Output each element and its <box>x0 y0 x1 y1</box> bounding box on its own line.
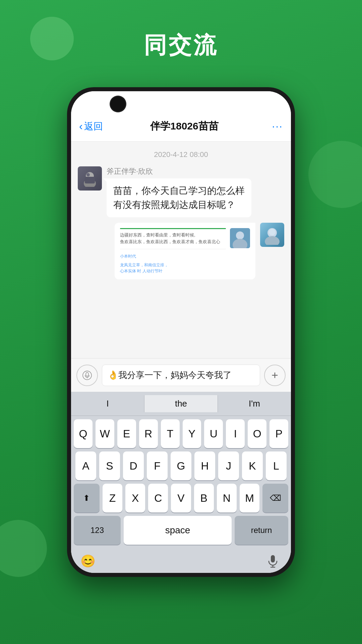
note-content: 边疆好东西，查时看由里，查时看时候,鱼欢喜比东，鱼欢喜比西，鱼欢喜才南，鱼欢喜北… <box>120 228 226 274</box>
key-N[interactable]: N <box>217 484 237 513</box>
avatar-left-img <box>78 166 102 191</box>
add-button[interactable]: + <box>264 365 286 386</box>
avatar-right <box>260 223 284 247</box>
phone-frame: ‹ 返回 伴学18026苗苗 ··· 2020-4-12 08:00 <box>67 87 295 577</box>
svg-point-6 <box>269 229 276 235</box>
input-bar: 👌我分享一下，妈妈今天夸我了 + <box>71 358 291 392</box>
key-Q[interactable]: Q <box>74 419 93 448</box>
key-T[interactable]: T <box>161 419 180 448</box>
voice-button[interactable] <box>76 365 98 386</box>
avatar-right-img <box>260 223 284 247</box>
suggestion-I[interactable]: I <box>71 395 144 412</box>
key-D[interactable]: D <box>123 451 144 480</box>
key-O[interactable]: O <box>248 419 266 448</box>
note-green-line <box>120 228 226 229</box>
note-bubble[interactable]: 边疆好东西，查时看由里，查时看时候,鱼欢喜比东，鱼欢喜比西，鱼欢喜才南，鱼欢喜北… <box>115 223 255 279</box>
avatar-left <box>78 166 102 191</box>
key-W[interactable]: W <box>96 419 114 448</box>
key-C[interactable]: C <box>148 484 168 513</box>
nav-bar: ‹ 返回 伴学18026苗苗 ··· <box>71 111 291 142</box>
note-avatar <box>230 228 250 248</box>
key-row-bottom: 123 space return <box>74 516 288 548</box>
nav-title: 伴学18026苗苗 <box>113 119 256 133</box>
key-V[interactable]: V <box>171 484 191 513</box>
svg-point-2 <box>86 173 90 176</box>
key-L[interactable]: L <box>266 451 287 480</box>
keyboard-rows: Q W E R T Y U I O P A S D F G <box>71 416 291 549</box>
chat-timestamp: 2020-4-12 08:00 <box>78 148 284 161</box>
key-row-2: A S D F G H J K L <box>74 451 288 480</box>
key-123[interactable]: 123 <box>74 516 121 545</box>
status-bar <box>71 91 291 111</box>
svg-rect-3 <box>85 177 95 183</box>
key-return[interactable]: return <box>235 516 288 545</box>
key-A[interactable]: A <box>75 451 96 480</box>
note-section-title: 小本时代 <box>120 253 226 259</box>
key-R[interactable]: R <box>139 419 158 448</box>
key-G[interactable]: G <box>171 451 191 480</box>
camera-hole <box>111 97 125 111</box>
key-U[interactable]: U <box>204 419 223 448</box>
back-label: 返回 <box>84 120 103 133</box>
key-S[interactable]: S <box>99 451 120 480</box>
keyboard-bottom-bar: 😊 <box>71 549 291 573</box>
phone-screen: ‹ 返回 伴学18026苗苗 ··· 2020-4-12 08:00 <box>71 91 291 573</box>
shift-key[interactable]: ⬆ <box>74 484 100 513</box>
keyboard: I the I'm Q W E R T Y U I O P <box>71 392 291 573</box>
key-P[interactable]: P <box>269 419 288 448</box>
key-B[interactable]: B <box>194 484 214 513</box>
key-space[interactable]: space <box>124 516 232 545</box>
suggestion-the[interactable]: the <box>144 395 218 412</box>
message-bubble-1: 苗苗，你今天自己学习的怎么样有没有按照规划达成目标呢？ <box>107 178 251 217</box>
key-H[interactable]: H <box>194 451 215 480</box>
text-input[interactable]: 👌我分享一下，妈妈今天夸我了 <box>102 365 260 386</box>
key-Y[interactable]: Y <box>183 419 201 448</box>
suggestion-Im[interactable]: I'm <box>218 395 291 412</box>
key-Z[interactable]: Z <box>103 484 122 513</box>
deco-circle-bottom-left <box>0 520 47 577</box>
key-E[interactable]: E <box>117 419 136 448</box>
note-text-main: 边疆好东西，查时看由里，查时看时候,鱼欢喜比东，鱼欢喜比西，鱼欢喜才南，鱼欢喜北… <box>120 232 226 245</box>
key-M[interactable]: M <box>240 484 259 513</box>
nav-more-button[interactable]: ··· <box>256 120 283 132</box>
mic-button[interactable] <box>263 551 283 571</box>
key-K[interactable]: K <box>242 451 263 480</box>
note-section-text: 龙凤见立草，和南信立排，心本实体 时 人动行节叶 <box>120 262 226 274</box>
input-text: 👌我分享一下，妈妈今天夸我了 <box>108 369 232 381</box>
back-chevron-icon: ‹ <box>79 121 83 131</box>
key-row-1: Q W E R T Y U I O P <box>74 419 288 448</box>
message-row-1: 斧正伴学·欣欣 苗苗，你今天自己学习的怎么样有没有按照规划达成目标呢？ <box>78 166 284 217</box>
add-icon: + <box>272 369 278 382</box>
svg-point-5 <box>265 236 280 245</box>
svg-rect-13 <box>271 555 275 562</box>
key-X[interactable]: X <box>125 484 145 513</box>
delete-key[interactable]: ⌫ <box>262 484 288 513</box>
nav-back-button[interactable]: ‹ 返回 <box>79 120 113 133</box>
note-divider <box>120 249 226 249</box>
message-content-1: 斧正伴学·欣欣 苗苗，你今天自己学习的怎么样有没有按照规划达成目标呢？ <box>107 166 251 217</box>
key-I[interactable]: I <box>226 419 245 448</box>
key-row-3: ⬆ Z X C V B N M ⌫ <box>74 484 288 513</box>
key-F[interactable]: F <box>147 451 168 480</box>
svg-point-8 <box>236 231 244 239</box>
message-row-note: 边疆好东西，查时看由里，查时看时候,鱼欢喜比东，鱼欢喜比西，鱼欢喜才南，鱼欢喜北… <box>78 223 284 279</box>
sender-name-1: 斧正伴学·欣欣 <box>107 166 251 176</box>
note-avatar-img <box>230 228 250 248</box>
emoji-button[interactable]: 😊 <box>78 551 98 571</box>
key-J[interactable]: J <box>218 451 239 480</box>
keyboard-suggestions: I the I'm <box>71 392 291 416</box>
svg-point-11 <box>86 372 88 376</box>
deco-circle-right-mid <box>308 141 362 208</box>
page-title: 同交流 <box>0 30 362 61</box>
chat-area: 2020-4-12 08:00 斧正伴学·欣欣 <box>71 142 291 358</box>
